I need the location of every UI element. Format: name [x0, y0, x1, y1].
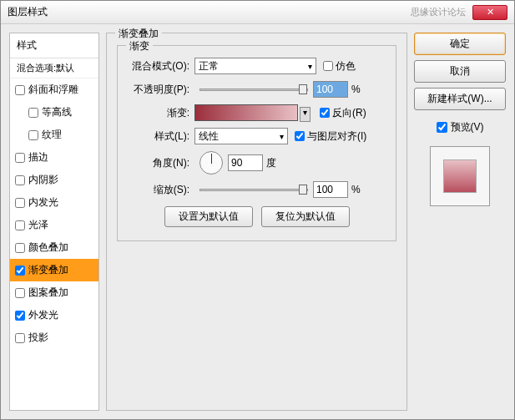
style-item-pattern-overlay[interactable]: 图案叠加 [10, 281, 98, 304]
scale-slider[interactable] [199, 189, 308, 191]
checkbox-icon[interactable] [15, 85, 25, 95]
checkbox-icon[interactable] [28, 130, 38, 140]
checkbox-icon[interactable] [15, 333, 25, 343]
checkbox-icon[interactable] [323, 61, 333, 71]
style-item-gradient-overlay[interactable]: 渐变叠加 [10, 259, 98, 281]
blending-options[interactable]: 混合选项:默认 [10, 58, 98, 78]
style-label: 描边 [28, 150, 48, 164]
style-item-drop-shadow[interactable]: 投影 [10, 326, 98, 349]
style-item-inner-shadow[interactable]: 内阴影 [10, 169, 98, 191]
watermark-text: 思缘设计论坛 [411, 6, 466, 18]
style-item-satin[interactable]: 光泽 [10, 214, 98, 236]
reverse-checkbox[interactable]: 反向(R) [320, 106, 366, 120]
checkbox-icon[interactable] [15, 266, 25, 276]
opacity-unit: % [351, 83, 361, 95]
titlebar: 图层样式 思缘设计论坛 ✕ [1, 1, 514, 24]
blend-mode-select[interactable]: 正常 [194, 58, 316, 74]
checkbox-icon[interactable] [15, 220, 25, 230]
checkbox-icon[interactable] [295, 131, 305, 141]
ok-button[interactable]: 确定 [414, 33, 506, 55]
style-label: 内发光 [28, 195, 58, 210]
styles-heading[interactable]: 样式 [10, 33, 98, 58]
window-title: 图层样式 [8, 5, 48, 19]
titlebar-right: 思缘设计论坛 ✕ [411, 5, 507, 20]
checkbox-icon[interactable] [28, 108, 38, 118]
set-default-button[interactable]: 设置为默认值 [164, 206, 253, 227]
close-button[interactable]: ✕ [472, 5, 507, 20]
opacity-input[interactable]: 100 [313, 81, 348, 98]
angle-row: 角度(N): 90 度 [126, 151, 387, 175]
style-item-bevel[interactable]: 斜面和浮雕 [10, 78, 98, 101]
reset-default-button[interactable]: 复位为默认值 [261, 206, 350, 227]
style-label: 外发光 [28, 308, 58, 322]
blend-mode-label: 混合模式(O): [126, 59, 189, 73]
gradient-label: 渐变: [126, 106, 189, 120]
slider-thumb-icon[interactable] [299, 185, 307, 195]
new-style-button[interactable]: 新建样式(W)... [414, 88, 506, 110]
checkbox-label: 反向(R) [332, 106, 366, 120]
style-label: 投影 [28, 331, 48, 345]
slider-thumb-icon[interactable] [299, 84, 307, 94]
opacity-row: 不透明度(P): 100 % [126, 81, 387, 98]
layer-style-dialog: 图层样式 思缘设计论坛 ✕ 样式 混合选项:默认 斜面和浮雕 等高线 纹理 描边… [0, 0, 515, 420]
style-select[interactable]: 线性 [194, 128, 288, 144]
group-title: 渐变 [126, 39, 153, 53]
preview-checkbox[interactable]: 预览(V) [414, 120, 506, 134]
style-item-texture[interactable]: 纹理 [10, 124, 98, 146]
style-label: 等高线 [42, 105, 72, 119]
checkbox-icon[interactable] [15, 153, 25, 163]
opacity-slider[interactable] [199, 89, 308, 91]
gradient-row: 渐变: 反向(R) [126, 104, 387, 121]
scale-row: 缩放(S): 100 % [126, 181, 387, 198]
style-row: 样式(L): 线性 与图层对齐(I) [126, 128, 387, 144]
action-panel: 确定 取消 新建样式(W)... 预览(V) [414, 33, 506, 411]
style-item-color-overlay[interactable]: 颜色叠加 [10, 236, 98, 259]
checkbox-icon[interactable] [15, 288, 25, 298]
angle-label: 角度(N): [126, 156, 189, 170]
checkbox-icon[interactable] [15, 243, 25, 253]
checkbox-icon[interactable] [15, 311, 25, 321]
select-value: 线性 [199, 129, 219, 144]
cancel-button[interactable]: 取消 [414, 60, 506, 83]
checkbox-label: 预览(V) [451, 120, 484, 134]
preview-swatch [443, 159, 477, 193]
dialog-body: 样式 混合选项:默认 斜面和浮雕 等高线 纹理 描边 内阴影 内发光 光泽 颜色… [1, 24, 514, 419]
gradient-overlay-fieldset: 渐变叠加 渐变 混合模式(O): 正常 仿色 不透明度(P): 100 % [106, 33, 407, 411]
scale-input[interactable]: 100 [313, 181, 348, 198]
style-label: 纹理 [42, 128, 62, 142]
opacity-label: 不透明度(P): [126, 83, 189, 97]
checkbox-label: 与图层对齐(I) [307, 129, 366, 144]
style-label: 光泽 [28, 218, 48, 232]
align-checkbox[interactable]: 与图层对齐(I) [295, 129, 366, 144]
angle-unit: 度 [266, 156, 276, 170]
styles-list: 样式 混合选项:默认 斜面和浮雕 等高线 纹理 描边 内阴影 内发光 光泽 颜色… [9, 33, 99, 411]
angle-input[interactable]: 90 [228, 154, 263, 171]
scale-label: 缩放(S): [126, 183, 189, 197]
gradient-group: 渐变 混合模式(O): 正常 仿色 不透明度(P): 100 % 渐变: [117, 45, 396, 241]
style-label: 颜色叠加 [28, 240, 68, 255]
style-label: 渐变叠加 [28, 263, 68, 277]
style-label: 内阴影 [28, 173, 58, 187]
style-item-contour[interactable]: 等高线 [10, 101, 98, 124]
style-label: 样式(L): [126, 129, 189, 144]
style-item-outer-glow[interactable]: 外发光 [10, 304, 98, 326]
checkbox-icon[interactable] [320, 108, 330, 118]
angle-dial[interactable] [199, 151, 223, 175]
dither-checkbox[interactable]: 仿色 [323, 59, 356, 73]
preview-box [430, 146, 490, 206]
style-label: 图案叠加 [28, 286, 68, 300]
checkbox-icon[interactable] [15, 175, 25, 185]
blend-mode-row: 混合模式(O): 正常 仿色 [126, 58, 387, 74]
checkbox-label: 仿色 [336, 59, 356, 73]
settings-panel: 渐变叠加 渐变 混合模式(O): 正常 仿色 不透明度(P): 100 % [106, 33, 407, 411]
style-item-stroke[interactable]: 描边 [10, 146, 98, 169]
checkbox-icon[interactable] [15, 198, 25, 208]
gradient-picker[interactable] [194, 104, 298, 121]
scale-unit: % [351, 184, 361, 195]
checkbox-icon[interactable] [437, 122, 447, 133]
style-item-inner-glow[interactable]: 内发光 [10, 191, 98, 214]
default-buttons-row: 设置为默认值 复位为默认值 [126, 206, 387, 227]
style-label: 斜面和浮雕 [28, 83, 78, 97]
select-value: 正常 [199, 59, 219, 73]
